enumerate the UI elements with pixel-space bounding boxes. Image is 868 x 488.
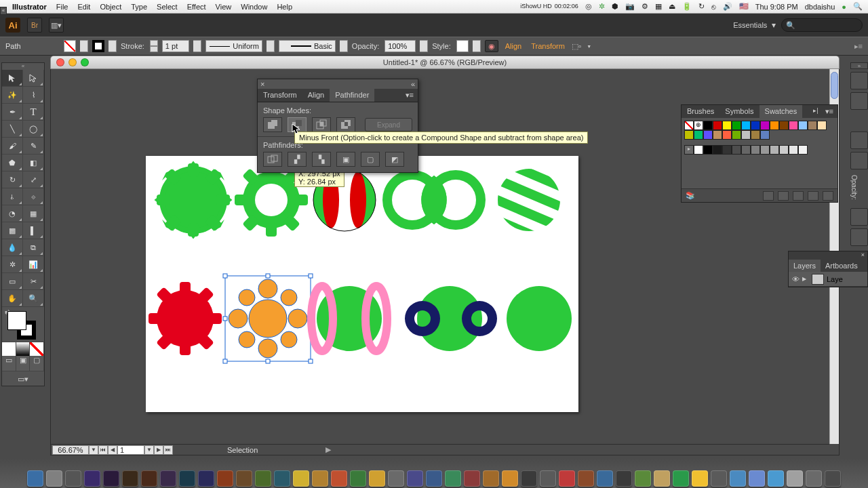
swatch-gray[interactable]: [789, 145, 798, 155]
dock-app-icon[interactable]: [331, 470, 347, 487]
hand-tool[interactable]: ✋: [2, 290, 23, 307]
dock-app-icon[interactable]: [160, 470, 176, 487]
window-minimize-icon[interactable]: [68, 58, 77, 66]
pencil-tool[interactable]: ✎: [23, 138, 44, 155]
menu-window[interactable]: Window: [241, 3, 267, 11]
swatch-color[interactable]: [808, 121, 817, 130]
dock-app-icon[interactable]: [103, 470, 119, 487]
perspective-tool[interactable]: ▦: [23, 205, 44, 222]
tab-layers[interactable]: Layers: [789, 260, 821, 272]
menu-view[interactable]: View: [216, 3, 232, 11]
tray-battery-icon[interactable]: 🔋: [682, 2, 692, 11]
menubar-clock[interactable]: Thu 9:08 PM: [755, 3, 798, 11]
tab-brushes[interactable]: Brushes: [682, 105, 719, 118]
stroke-dropdown[interactable]: ▼: [108, 40, 117, 52]
swatch-color[interactable]: [722, 121, 732, 130]
next-artboard-button[interactable]: ▶: [154, 445, 163, 455]
profile-dropdown[interactable]: ▼: [267, 40, 275, 52]
swatch-gray[interactable]: [770, 145, 779, 155]
layers-panel[interactable]: × Layers Artboards 👁 ▶ Laye: [788, 251, 868, 287]
screen-mode-normal[interactable]: ▭: [2, 356, 16, 371]
transform-panel-link[interactable]: Transform: [528, 42, 568, 50]
tray-sync-icon[interactable]: ✲: [599, 2, 605, 11]
swatch-options-icon[interactable]: [778, 191, 789, 201]
menu-effect[interactable]: Effect: [187, 3, 206, 11]
dock-app-icon[interactable]: [350, 470, 366, 487]
graph-tool[interactable]: 📊: [23, 256, 44, 273]
menu-type[interactable]: Type: [131, 3, 147, 11]
control-more-dropdown[interactable]: ▼: [585, 40, 593, 52]
tab-transform[interactable]: Transform: [258, 89, 302, 102]
document-titlebar[interactable]: Untitled-1* @ 66.67% (RGB/Preview): [50, 56, 840, 69]
rotate-tool[interactable]: ↻: [2, 171, 23, 188]
swatch-color[interactable]: [770, 121, 779, 130]
swatch-color[interactable]: [732, 130, 741, 140]
dock-app-icon[interactable]: [673, 470, 689, 487]
tray-timemachine-icon[interactable]: ↻: [698, 2, 705, 11]
dock-color-icon[interactable]: [850, 72, 868, 89]
delete-swatch-icon[interactable]: [823, 191, 833, 201]
swatch-gray[interactable]: [713, 145, 722, 155]
layer-name[interactable]: Laye: [827, 275, 843, 283]
first-artboard-button[interactable]: ⏮: [98, 445, 108, 455]
direct-selection-tool[interactable]: [23, 70, 44, 87]
swatch-color[interactable]: [694, 130, 703, 140]
swatch-none[interactable]: [684, 121, 694, 130]
dock-app-icon[interactable]: [46, 470, 62, 487]
swatch-gray[interactable]: [722, 145, 732, 155]
swatch-color[interactable]: [760, 130, 770, 140]
dock-appearance-icon[interactable]: [850, 208, 868, 226]
layers-close-icon[interactable]: ×: [789, 251, 867, 260]
swatch-color[interactable]: [779, 121, 789, 130]
tab-pathfinder[interactable]: Pathfinder: [330, 89, 374, 102]
help-search-input[interactable]: 🔍: [781, 18, 863, 32]
mac-dock[interactable]: // dock filled below after data load: [0, 458, 868, 488]
tab-artboards[interactable]: Artboards: [821, 260, 863, 272]
new-color-group-icon[interactable]: [793, 191, 804, 201]
divide-button[interactable]: [263, 152, 282, 167]
swatch-color[interactable]: [722, 130, 732, 140]
swatch-gray[interactable]: [694, 145, 703, 155]
line-tool[interactable]: ╲: [2, 121, 23, 138]
tray-disk-icon[interactable]: ⏏: [669, 2, 675, 11]
swatch-color[interactable]: [751, 130, 760, 140]
tools-collapse-icon[interactable]: «: [2, 63, 44, 70]
unite-button[interactable]: [263, 117, 282, 132]
color-mode-gradient[interactable]: [16, 342, 31, 356]
fill-swatch[interactable]: [64, 40, 76, 52]
change-screen-mode[interactable]: ▭▾: [2, 371, 44, 386]
tray-flag-icon[interactable]: 🇺🇸: [739, 2, 749, 11]
dock-app-icon[interactable]: [179, 470, 195, 487]
dock-colorguide-icon[interactable]: [850, 92, 868, 110]
swatches-panel[interactable]: Brushes Symbols Swatches ▸| ▾≡ ⊕ ▸ 📚: [681, 104, 838, 203]
visibility-icon[interactable]: 👁: [789, 275, 802, 283]
dock-app-icon[interactable]: [426, 470, 442, 487]
tab-align[interactable]: Align: [302, 89, 330, 102]
workspace-switcher[interactable]: Essentials ▾: [733, 20, 776, 30]
align-panel-link[interactable]: Align: [502, 42, 524, 50]
zoom-field[interactable]: 66.67%: [52, 445, 89, 455]
dock-app-icon[interactable]: [217, 470, 233, 487]
minus-back-button[interactable]: ◩: [385, 152, 404, 167]
dock-app-icon[interactable]: [768, 470, 784, 487]
swatch-color[interactable]: [789, 121, 798, 130]
magic-wand-tool[interactable]: ✨: [2, 87, 23, 104]
exclude-button[interactable]: [336, 117, 355, 132]
crop-button[interactable]: ▣: [336, 152, 355, 167]
swatch-color[interactable]: [732, 121, 741, 130]
intersect-button[interactable]: [312, 117, 331, 132]
fill-color-icon[interactable]: [7, 311, 26, 330]
dock-app-icon[interactable]: [274, 470, 290, 487]
panel-collapse-icon[interactable]: «: [411, 80, 415, 88]
isolate-icon[interactable]: ⬚▫: [572, 42, 581, 51]
swatch-color[interactable]: [817, 121, 827, 130]
dock-app-icon[interactable]: [540, 470, 556, 487]
brush-select[interactable]: Basic: [279, 40, 336, 52]
outline-button[interactable]: ▢: [361, 152, 380, 167]
swatch-gray[interactable]: [751, 145, 760, 155]
opacity-field[interactable]: 100%: [384, 40, 416, 52]
tab-swatches[interactable]: Swatches: [760, 105, 803, 118]
dock-stroke-icon[interactable]: [850, 131, 868, 149]
expand-button[interactable]: Expand: [365, 118, 412, 131]
pen-tool[interactable]: ✒: [2, 104, 23, 121]
